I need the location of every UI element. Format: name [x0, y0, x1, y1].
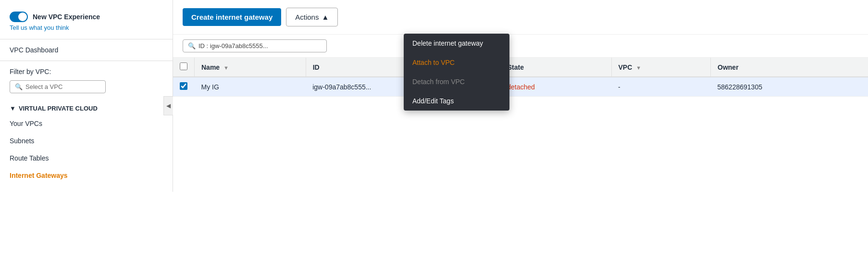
search-bar: 🔍 ID : igw-09a7ab8c5555... — [173, 35, 868, 58]
toolbar: Create internet gateway Actions ▲ — [173, 0, 868, 35]
vpc-select[interactable]: 🔍 Select a VPC — [10, 80, 106, 93]
col-state: State — [500, 58, 611, 77]
select-all-header — [173, 58, 195, 77]
row-checkbox-cell — [173, 77, 195, 97]
actions-label: Actions — [295, 13, 319, 21]
col-owner: Owner — [711, 58, 868, 77]
search-input-wrapper[interactable]: 🔍 ID : igw-09a7ab8c5555... — [183, 39, 327, 52]
actions-dropdown-menu: Delete internet gateway Attach to VPC De… — [404, 34, 509, 111]
attach-to-vpc-item[interactable]: Attach to VPC — [404, 53, 509, 72]
create-internet-gateway-button[interactable]: Create internet gateway — [183, 8, 281, 26]
main-content: Create internet gateway Actions ▲ Delete… — [173, 0, 868, 274]
delete-internet-gateway-item[interactable]: Delete internet gateway — [404, 34, 509, 53]
status-badge: detached — [507, 83, 535, 91]
table-wrapper: Name ▼ ID State VPC ▼ Owner — [173, 58, 868, 274]
row-owner: 586228691305 — [711, 77, 868, 97]
add-edit-tags-item[interactable]: Add/Edit Tags — [404, 91, 509, 111]
sidebar-item-subnets[interactable]: Subnets — [0, 132, 173, 149]
detach-from-vpc-item: Detach from VPC — [404, 72, 509, 91]
col-vpc: VPC ▼ — [611, 58, 710, 77]
search-value: ID : igw-09a7ab8c5555... — [198, 42, 268, 50]
row-vpc: - — [611, 77, 710, 97]
col-name: Name ▼ — [195, 58, 306, 77]
vpc-sort-icon[interactable]: ▼ — [636, 65, 641, 71]
actions-button[interactable]: Actions ▲ — [286, 8, 338, 26]
search-icon: 🔍 — [15, 83, 23, 90]
row-checkbox[interactable] — [180, 82, 187, 90]
sidebar-item-vpc-dashboard[interactable]: VPC Dashboard — [0, 41, 173, 59]
new-vpc-experience-toggle[interactable] — [10, 12, 28, 22]
sidebar-collapse-button[interactable]: ◀ — [163, 96, 173, 115]
sidebar-item-your-vpcs[interactable]: Your VPCs — [0, 115, 173, 132]
search-icon: 🔍 — [188, 42, 196, 50]
vpc-select-placeholder: Select a VPC — [25, 83, 62, 90]
section-header-vpc: ▼ VIRTUAL PRIVATE CLOUD — [0, 99, 173, 115]
toggle-label: New VPC Experience — [33, 13, 100, 21]
sidebar-item-internet-gateways[interactable]: Internet Gateways — [0, 167, 173, 184]
tell-us-link[interactable]: Tell us what you think — [0, 24, 173, 37]
select-all-checkbox[interactable] — [180, 62, 187, 70]
table-row[interactable]: My IG igw-09a7ab8c555... detached - 5862… — [173, 77, 868, 97]
sidebar-item-route-tables[interactable]: Route Tables — [0, 149, 173, 167]
actions-arrow-icon: ▲ — [322, 13, 329, 21]
internet-gateways-table: Name ▼ ID State VPC ▼ Owner — [173, 58, 868, 97]
name-sort-icon[interactable]: ▼ — [223, 65, 229, 71]
row-name: My IG — [195, 77, 306, 97]
sidebar: New VPC Experience Tell us what you thin… — [0, 0, 173, 192]
section-arrow-icon: ▼ — [10, 105, 16, 112]
filter-by-vpc-label: Filter by VPC: — [0, 63, 173, 78]
row-state: detached — [500, 77, 611, 97]
